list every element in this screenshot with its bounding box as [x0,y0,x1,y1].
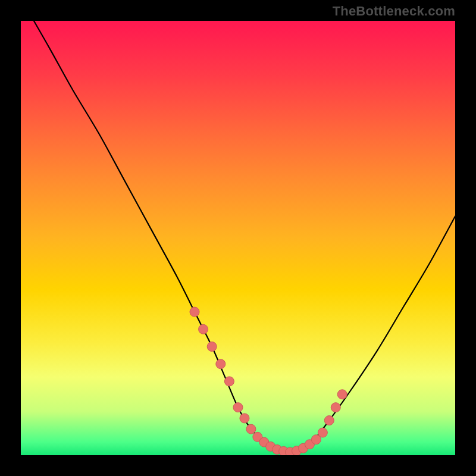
marker-dot [240,414,249,423]
marker-dot [199,324,208,334]
plot-area [21,21,455,455]
marker-dot [224,377,234,386]
marker-dot [324,416,334,425]
chart-frame: TheBottleneck.com [0,0,476,476]
marker-dot [331,403,340,412]
marker-dot [318,428,327,437]
marker-dot [216,359,226,369]
chart-svg [21,21,455,455]
watermark-text: TheBottleneck.com [333,4,455,19]
marker-dot [190,307,199,317]
marker-dot [207,342,217,352]
marker-dot [233,403,243,412]
marker-dot [337,390,347,399]
marker-dots [190,307,347,455]
bottleneck-curve [34,21,455,452]
marker-dot [246,424,256,434]
